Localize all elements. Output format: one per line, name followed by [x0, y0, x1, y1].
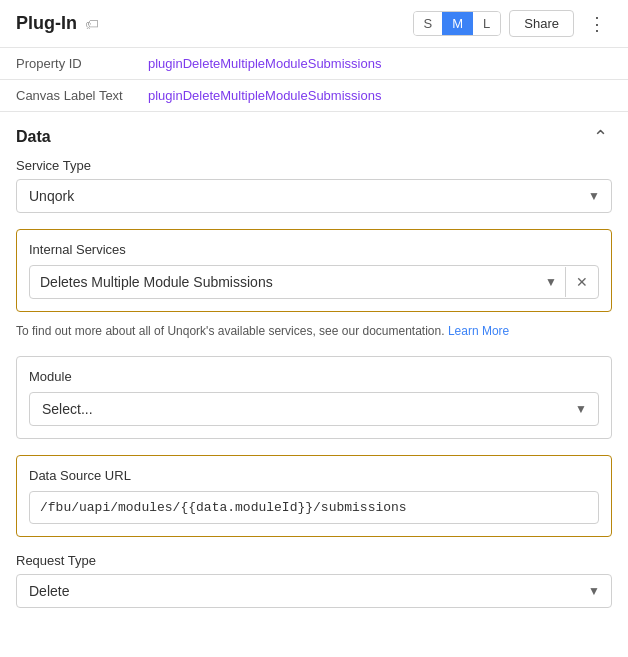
page-title: Plug-In — [16, 13, 77, 34]
internal-services-label: Internal Services — [29, 242, 599, 257]
size-buttons: S M L — [413, 11, 502, 36]
collapse-button[interactable]: ⌃ — [589, 126, 612, 148]
internal-services-select-row: Deletes Multiple Module Submissions ▼ ✕ — [29, 265, 599, 299]
request-type-select[interactable]: Delete Get Post Put — [16, 574, 612, 608]
size-s-button[interactable]: S — [414, 12, 443, 35]
canvas-label-row: Canvas Label Text pluginDeleteMultipleMo… — [0, 80, 628, 112]
service-type-group: Service Type Unqork ▼ — [16, 158, 612, 213]
request-type-label: Request Type — [16, 553, 612, 568]
learn-more-description: To find out more about all of Unqork's a… — [16, 324, 445, 338]
size-l-button[interactable]: L — [473, 12, 500, 35]
data-source-url-label: Data Source URL — [29, 468, 599, 483]
module-label: Module — [29, 369, 599, 384]
request-type-dropdown[interactable]: Delete Get Post Put ▼ — [16, 574, 612, 608]
property-id-label: Property ID — [16, 56, 136, 71]
data-section: Data ⌃ Service Type Unqork ▼ Internal Se… — [0, 112, 628, 608]
header-right: S M L Share ⋮ — [413, 10, 612, 37]
data-source-url-box: Data Source URL — [16, 455, 612, 537]
section-title: Data — [16, 128, 51, 146]
service-type-label: Service Type — [16, 158, 612, 173]
data-source-url-input[interactable] — [29, 491, 599, 524]
header: Plug-In 🏷 S M L Share ⋮ — [0, 0, 628, 48]
property-id-value: pluginDeleteMultipleModuleSubmissions — [148, 56, 381, 71]
share-button[interactable]: Share — [509, 10, 574, 37]
learn-more-text: To find out more about all of Unqork's a… — [16, 322, 612, 340]
more-button[interactable]: ⋮ — [582, 11, 612, 37]
internal-services-chevron-icon: ▼ — [537, 269, 565, 295]
header-left: Plug-In 🏷 — [16, 13, 99, 34]
request-type-group: Request Type Delete Get Post Put ▼ — [16, 553, 612, 608]
section-header: Data ⌃ — [16, 112, 612, 158]
service-type-select[interactable]: Unqork — [16, 179, 612, 213]
canvas-label-label: Canvas Label Text — [16, 88, 136, 103]
tag-icon: 🏷 — [85, 16, 99, 32]
internal-services-select[interactable]: Deletes Multiple Module Submissions — [30, 266, 537, 298]
module-select[interactable]: Select... — [29, 392, 599, 426]
canvas-label-value: pluginDeleteMultipleModuleSubmissions — [148, 88, 381, 103]
property-id-row: Property ID pluginDeleteMultipleModuleSu… — [0, 48, 628, 80]
module-dropdown[interactable]: Select... ▼ — [29, 392, 599, 426]
learn-more-link[interactable]: Learn More — [448, 324, 509, 338]
service-type-dropdown[interactable]: Unqork ▼ — [16, 179, 612, 213]
internal-services-clear-button[interactable]: ✕ — [566, 268, 598, 296]
internal-services-box: Internal Services Deletes Multiple Modul… — [16, 229, 612, 312]
module-box: Module Select... ▼ — [16, 356, 612, 439]
size-m-button[interactable]: M — [442, 12, 473, 35]
